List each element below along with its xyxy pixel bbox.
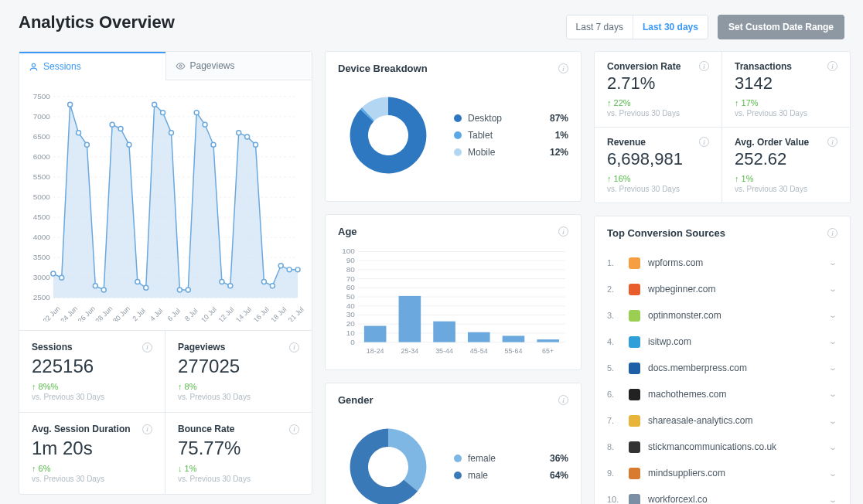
favicon-icon	[629, 336, 640, 348]
svg-text:100: 100	[342, 248, 355, 255]
source-rank: 10.	[607, 495, 621, 504]
svg-point-49	[261, 280, 266, 284]
info-icon[interactable]: i	[558, 226, 568, 237]
tab-last-7-days[interactable]: Last 7 days	[567, 15, 633, 39]
tab-last-30-days[interactable]: Last 30 days	[633, 15, 708, 39]
source-rank: 9.	[607, 468, 621, 478]
stat-duration-change: ↑ 6%	[32, 464, 152, 473]
svg-text:18-24: 18-24	[367, 347, 384, 355]
svg-text:16 Jul: 16 Jul	[252, 305, 271, 322]
svg-text:4500: 4500	[33, 213, 51, 221]
legend-swatch	[454, 131, 462, 139]
stat-sessions-change: ↑ 8%%	[32, 382, 152, 391]
source-rank: 4.	[607, 337, 621, 346]
prev-label: vs. Previous 30 Days	[32, 475, 152, 483]
conversion-source-row[interactable]: 9. mindsuppliers.com ⌄	[607, 460, 837, 486]
svg-rect-93	[399, 296, 421, 342]
info-icon[interactable]: i	[142, 342, 152, 352]
svg-point-36	[152, 102, 157, 107]
info-icon[interactable]: i	[827, 61, 837, 71]
stat-bounce-change: ↓ 1%	[178, 464, 299, 473]
kpi-label: Revenue	[607, 137, 646, 148]
stat-pageviews: Pageviewsi 277025 ↑ 8% vs. Previous 30 D…	[165, 330, 312, 412]
prev-label: vs. Previous 30 Days	[178, 393, 299, 401]
info-icon[interactable]: i	[827, 228, 837, 238]
conversion-source-row[interactable]: 8. stickmancommunications.co.uk ⌄	[607, 434, 837, 460]
svg-text:12 Jul: 12 Jul	[217, 305, 236, 322]
info-icon[interactable]: i	[699, 61, 709, 71]
chevron-down-icon: ⌄	[828, 390, 837, 398]
chevron-down-icon: ⌄	[828, 468, 837, 477]
favicon-icon	[629, 310, 640, 322]
source-name: isitwp.com	[648, 336, 691, 347]
source-name: workforcexl.co	[648, 494, 708, 504]
device-donut-chart	[338, 85, 438, 186]
conversion-source-row[interactable]: 3. optinmonster.com ⌄	[607, 302, 837, 329]
age-bar-chart: 010203040506070809010018-2425-3435-4445-…	[338, 248, 568, 356]
stat-bounce-label: Bounce Rate	[178, 424, 234, 434]
prev-label: vs. Previous 30 Days	[32, 393, 152, 401]
svg-point-31	[110, 122, 114, 127]
legend-value: 36%	[550, 453, 568, 464]
age-card: Agei 010203040506070809010018-2425-3435-…	[325, 214, 582, 370]
kpi-value: 3142	[735, 73, 837, 94]
conversion-source-row[interactable]: 1. wpforms.com ⌄	[607, 250, 837, 276]
legend-item: Desktop 87%	[454, 110, 568, 127]
svg-text:2500: 2500	[33, 293, 51, 301]
source-name: wpforms.com	[648, 257, 703, 268]
stat-bounce-value: 75.77%	[178, 438, 299, 459]
source-rank: 8.	[607, 442, 621, 451]
svg-point-47	[245, 135, 250, 139]
legend-label: Mobile	[468, 147, 495, 158]
svg-point-25	[60, 275, 64, 280]
source-rank: 5.	[607, 363, 621, 373]
svg-text:80: 80	[346, 265, 356, 274]
set-custom-date-range-button[interactable]: Set Custom Date Range	[718, 15, 844, 39]
info-icon[interactable]: i	[699, 137, 709, 147]
info-icon[interactable]: i	[558, 395, 568, 405]
device-title: Device Breakdown	[338, 63, 428, 74]
svg-text:30: 30	[346, 310, 356, 318]
legend-value: 1%	[555, 130, 568, 141]
favicon-icon	[629, 257, 640, 269]
conversion-source-row[interactable]: 4. isitwp.com ⌄	[607, 329, 837, 355]
kpi-avg-order-value: Avg. Order Valuei 252.62 ↑ 1% vs. Previo…	[722, 128, 850, 203]
kpi-transactions: Transactionsi 3142 ↑ 17% vs. Previous 30…	[722, 52, 850, 128]
info-icon[interactable]: i	[289, 342, 299, 352]
info-icon[interactable]: i	[142, 424, 152, 434]
info-icon[interactable]: i	[289, 424, 299, 434]
legend-swatch	[454, 114, 462, 122]
svg-point-50	[270, 284, 275, 288]
legend-swatch	[454, 148, 462, 156]
svg-point-38	[169, 131, 173, 135]
svg-text:7000: 7000	[33, 112, 51, 121]
tab-sessions[interactable]: Sessions	[19, 52, 165, 80]
source-name: optinmonster.com	[648, 310, 721, 321]
svg-point-39	[177, 288, 182, 292]
legend-value: 87%	[550, 113, 568, 124]
conversion-source-row[interactable]: 10. workforcexl.co ⌄	[607, 486, 837, 504]
kpi-change: ↑ 17%	[735, 98, 837, 107]
svg-text:55-64: 55-64	[505, 347, 523, 355]
legend-value: 64%	[550, 470, 568, 481]
kpi-card: Conversion Ratei 2.71% ↑ 22% vs. Previou…	[594, 51, 851, 203]
conversion-source-row[interactable]: 5. docs.memberpress.com ⌄	[607, 355, 837, 381]
svg-point-46	[237, 131, 241, 135]
legend-item: male 64%	[454, 467, 568, 484]
prev-label: vs. Previous 30 Days	[607, 185, 709, 193]
source-rank: 3.	[607, 311, 621, 320]
tab-pageviews[interactable]: Pageviews	[165, 52, 312, 80]
info-icon[interactable]: i	[558, 63, 568, 73]
svg-text:4 Jul: 4 Jul	[148, 307, 164, 322]
conversion-source-row[interactable]: 2. wpbeginner.com ⌄	[607, 276, 837, 302]
conversion-source-row[interactable]: 7. shareasale-analytics.com ⌄	[607, 407, 837, 434]
eye-icon	[176, 61, 186, 71]
info-icon[interactable]: i	[827, 137, 837, 147]
svg-point-44	[220, 280, 224, 284]
svg-point-41	[194, 111, 199, 115]
conversion-source-row[interactable]: 6. machothemes.com ⌄	[607, 381, 837, 407]
svg-text:65+: 65+	[542, 347, 554, 355]
legend-label: Desktop	[468, 113, 502, 124]
stat-sessions-label: Sessions	[32, 342, 73, 352]
stat-bounce-rate: Bounce Ratei 75.77% ↓ 1% vs. Previous 30…	[165, 412, 312, 494]
